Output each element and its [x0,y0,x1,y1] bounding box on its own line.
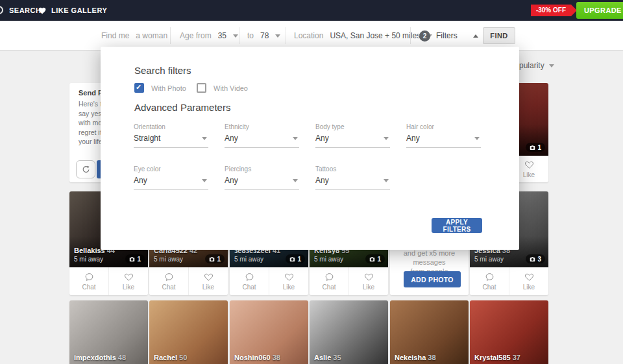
divider [286,27,286,44]
find-me-label: Find me [101,31,129,40]
heart-outline-icon [284,272,295,282]
add-photo-button[interactable]: ADD PHOTO [404,271,461,287]
profile-card[interactable]: Aslie35 [310,300,388,364]
with-video-checkbox[interactable] [197,83,206,93]
ethnicity-select[interactable]: Ethnicity Any [225,123,299,148]
divider [170,27,171,44]
card-actions: Chat Like [69,267,148,295]
like-label: Like [523,171,535,178]
field-value: Any [315,176,329,185]
photo-count-badge: 1 [205,254,225,263]
top-nav: SEARCH LIKE GALLERY -30% OFF UPGRADE NOW [0,0,623,21]
age-from-value: 35 [218,31,226,40]
chat-icon [244,272,255,282]
chat-icon [484,272,495,282]
advanced-parameters-title: Advanced Parameters [134,102,230,113]
with-photo-checkbox[interactable] [134,83,144,93]
chat-button[interactable]: Chat [149,267,188,295]
like-label: Like [202,284,214,291]
chevron-down-icon [293,179,298,182]
photo-count: 1 [217,256,221,263]
profile-name: Rachel50 [154,354,187,361]
chat-button[interactable]: Chat [69,267,108,295]
refresh-flirtcast-button[interactable] [76,160,95,178]
sort-label: pularity [519,61,544,70]
sort-popularity-dropdown[interactable]: pularity [519,61,554,70]
chevron-down-icon [384,179,389,182]
body-type-select[interactable]: Body type Any [315,123,390,148]
profile-name: Nekeisha38 [395,354,436,361]
photo-count-badge: 1 [365,254,385,263]
chat-icon [84,272,95,282]
photo-count-badge: 1 [286,254,305,263]
age-from-label: Age from [180,31,212,40]
field-label: Ethnicity [225,123,249,130]
profile-name: impexdothis48 [74,354,126,361]
chevron-up-icon [473,34,478,38]
profile-card[interactable]: impexdothis48 [69,300,148,364]
like-button[interactable]: Like [509,267,548,295]
location-label: Location [294,31,323,40]
nav-like-gallery[interactable]: LIKE GALLERY [38,0,107,21]
chat-label: Chat [82,284,95,291]
profile-distance: 5 mi away [154,256,183,263]
chat-button[interactable]: Chat [310,267,348,295]
camera-icon [530,145,535,151]
chat-label: Chat [482,284,496,291]
photo-count-badge: 1 [125,254,145,263]
card-actions: Chat Like [149,267,228,295]
find-button[interactable]: FIND [483,27,515,44]
profile-card[interactable]: Rachel50 [149,300,228,364]
chat-label: Chat [242,284,256,291]
chevron-down-icon [202,137,207,140]
age-to-value: 78 [260,31,269,40]
heart-icon [38,6,47,15]
upgrade-now-button[interactable]: UPGRADE NOW [576,2,623,19]
filters-label: Filters [436,31,458,40]
divider [239,27,239,44]
refresh-icon [81,165,91,175]
tattoos-select[interactable]: Tattoos Any [315,165,390,190]
heart-outline-icon [123,272,134,282]
profile-card[interactable]: Krystal58537 [470,300,548,364]
chevron-down-icon [275,34,280,38]
chevron-down-icon [293,137,298,140]
search-icon [0,6,3,14]
piercings-select[interactable]: Piercings Any [225,165,299,190]
apply-filters-button[interactable]: APPLY FILTERS [432,218,482,233]
like-button[interactable]: Like [348,267,388,295]
chat-label: Chat [322,284,336,291]
find-me-value: a woman [136,31,167,40]
field-label: Eye color [134,165,161,173]
chevron-down-icon [474,137,480,140]
chat-button[interactable]: Chat [230,267,269,295]
profile-card[interactable]: Noshin06038 [230,300,308,364]
hair-color-select[interactable]: Hair color Any [406,123,481,148]
camera-icon [209,256,215,262]
camera-icon [289,256,295,262]
heart-outline-icon [524,160,535,170]
location-value: USA, San Jose + 50 miles [330,31,421,40]
divider [410,27,411,44]
field-value: Any [225,176,238,185]
field-value: Any [315,134,329,143]
photo-count: 1 [537,144,541,151]
like-button[interactable]: Like [108,267,148,295]
field-label: Orientation [134,123,165,130]
search-filters-modal: Search filters With Photo With Video Adv… [101,47,519,250]
like-button[interactable]: Like [269,267,308,295]
chat-button[interactable]: Chat [470,267,509,295]
with-video-label: With Video [214,84,248,92]
like-button[interactable]: Like [188,267,228,295]
eye-color-select[interactable]: Eye color Any [134,165,208,190]
chat-label: Chat [162,284,175,291]
nav-search[interactable]: SEARCH [9,0,41,21]
profile-card[interactable]: Nekeisha38 [390,300,469,364]
field-value: Any [225,134,238,143]
profile-name: Krystal58537 [474,354,520,361]
screen: SEARCH LIKE GALLERY -30% OFF UPGRADE NOW… [0,0,623,364]
profile-distance: 5 mi away [74,256,103,263]
photo-count: 1 [377,256,381,263]
orientation-select[interactable]: Orientation Straight [134,123,208,148]
nav-search-label: SEARCH [9,6,41,14]
